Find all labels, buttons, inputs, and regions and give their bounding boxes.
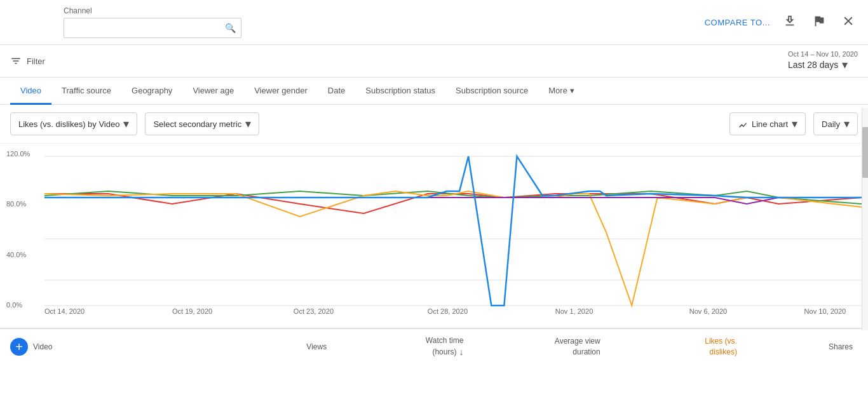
interval-arrow: ▾ [844, 117, 850, 131]
table-header: + Video Views Watch time (hours) ↓ Avera… [0, 328, 868, 365]
y-label-4: 120.0% [6, 150, 30, 158]
x-label-nov6: Nov 6, 2020 [689, 307, 728, 315]
secondary-dropdown-arrow: ▾ [245, 117, 251, 131]
shares-col-header: Shares [747, 342, 868, 351]
compare-button[interactable]: COMPARE TO... [705, 18, 770, 27]
x-label-oct19: Oct 19, 2020 [172, 307, 212, 315]
metric-dropdown-arrow: ▾ [123, 117, 129, 131]
date-section: Oct 14 – Nov 10, 2020 Last 28 days ▾ [788, 50, 858, 72]
search-icon[interactable]: 🔍 [225, 23, 236, 33]
interval-label: Daily [822, 119, 840, 129]
top-right-icons: COMPARE TO... [705, 11, 858, 34]
likes-label2: dislikes) [611, 347, 737, 358]
tab-date[interactable]: Date [318, 78, 355, 105]
avg-view-col-header: Average view duration [473, 336, 610, 358]
views-label: Views [306, 342, 327, 351]
tab-traffic-source[interactable]: Traffic source [51, 78, 121, 105]
controls-left: Likes (vs. dislikes) by Video ▾ Select s… [10, 112, 259, 135]
filter-label: Filter [27, 57, 45, 66]
avg-view-label1: Average view [473, 336, 600, 347]
interval-dropdown[interactable]: Daily ▾ [813, 112, 858, 135]
watch-time-col-header: Watch time (hours) ↓ [337, 335, 473, 358]
x-label-nov1: Nov 1, 2020 [555, 307, 593, 315]
filter-icon [10, 55, 22, 67]
channel-input-wrap[interactable]: 🔍 [64, 18, 241, 38]
tab-video[interactable]: Video [10, 78, 51, 105]
secondary-metric-label: Select secondary metric [153, 119, 241, 129]
download-button[interactable] [780, 11, 799, 34]
chart-area: 120.0% 80.0% 40.0% 0.0% Oct 14, 2020 Oct… [0, 144, 868, 328]
more-chevron-icon: ▾ [570, 86, 574, 95]
views-col-header: Views [221, 342, 337, 351]
metric-dropdown[interactable]: Likes (vs. dislikes) by Video ▾ [10, 112, 137, 135]
scrollbar-thumb[interactable] [862, 127, 868, 178]
channel-label: Channel [64, 6, 241, 15]
channel-input[interactable] [69, 24, 225, 33]
sort-icon: ↓ [459, 346, 463, 359]
y-label-3: 80.0% [6, 200, 30, 208]
line-chart-icon [738, 119, 748, 129]
scrollbar-track[interactable] [862, 108, 868, 330]
tab-more[interactable]: More ▾ [538, 78, 585, 105]
chart-type-label: Line chart [752, 119, 788, 129]
likes-col-header: Likes (vs. dislikes) [611, 336, 747, 358]
line-orange [44, 191, 862, 306]
controls-right: Line chart ▾ Daily ▾ [729, 112, 858, 135]
tab-viewer-age[interactable]: Viewer age [182, 78, 244, 105]
y-label-1: 0.0% [6, 301, 30, 309]
x-label-oct14: Oct 14, 2020 [44, 307, 85, 315]
likes-label1: Likes (vs. [611, 336, 737, 347]
tab-geography[interactable]: Geography [121, 78, 182, 105]
top-bar: Channel 🔍 COMPARE TO... [0, 0, 868, 45]
tabs-bar: Video Traffic source Geography Viewer ag… [0, 77, 868, 105]
channel-section: Channel 🔍 [64, 6, 241, 38]
secondary-metric-dropdown[interactable]: Select secondary metric ▾ [145, 112, 259, 135]
date-range-dropdown[interactable]: Last 28 days ▾ [788, 58, 858, 72]
flag-button[interactable] [810, 11, 829, 34]
date-range-label: Oct 14 – Nov 10, 2020 [788, 50, 858, 58]
tab-more-label: More [548, 86, 567, 95]
chart-type-arrow: ▾ [792, 117, 797, 131]
metric-label: Likes (vs. dislikes) by Video [18, 119, 119, 129]
chart-type-dropdown[interactable]: Line chart ▾ [729, 112, 806, 135]
x-label-nov10: Nov 10, 2020 [804, 307, 846, 315]
tab-subscription-source[interactable]: Subscription source [445, 78, 538, 105]
watch-time-label1: Watch time [337, 335, 463, 346]
tab-subscription-status[interactable]: Subscription status [355, 78, 445, 105]
period-label: Last 28 days [788, 60, 838, 70]
tab-viewer-gender[interactable]: Viewer gender [244, 78, 318, 105]
avg-view-label2: duration [473, 347, 600, 358]
watch-time-label2: (hours) [432, 347, 456, 358]
add-button[interactable]: + [10, 338, 28, 356]
date-dropdown-arrow: ▾ [842, 58, 848, 72]
close-button[interactable] [839, 11, 858, 34]
chart-svg: Oct 14, 2020 Oct 19, 2020 Oct 23, 2020 O… [44, 150, 862, 315]
filter-left: Filter [10, 55, 45, 67]
x-label-oct23: Oct 23, 2020 [294, 307, 334, 315]
chart-controls: Likes (vs. dislikes) by Video ▾ Select s… [0, 105, 868, 144]
shares-label: Shares [829, 342, 853, 351]
line-blue [44, 156, 862, 306]
video-col-label: Video [33, 342, 52, 351]
y-axis-labels: 120.0% 80.0% 40.0% 0.0% [6, 150, 30, 309]
filter-row: Filter Oct 14 – Nov 10, 2020 Last 28 day… [0, 45, 868, 77]
y-label-2: 40.0% [6, 251, 30, 259]
x-label-oct28: Oct 28, 2020 [428, 307, 468, 315]
video-col-header: + Video [5, 338, 221, 356]
